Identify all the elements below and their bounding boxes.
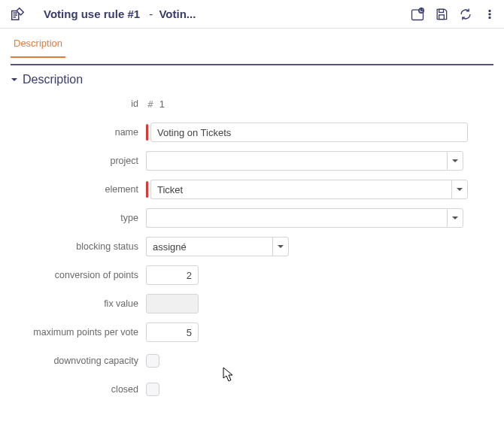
fix-value-input	[146, 294, 199, 313]
section-header[interactable]: Description	[11, 73, 493, 86]
schedule-button[interactable]	[409, 6, 426, 23]
page-title: Voting use rule #1 - Votin...	[44, 8, 196, 20]
element-select-face[interactable]	[150, 180, 451, 199]
section-title: Description	[23, 73, 83, 86]
conversion-of-points-input[interactable]	[146, 265, 199, 285]
title-separator: -	[149, 8, 156, 20]
tab-description[interactable]: Description	[11, 38, 65, 58]
label-blocking-status: blocking status	[11, 241, 146, 252]
type-select-face[interactable]	[146, 208, 447, 228]
label-conversion-of-points: conversion of points	[11, 270, 146, 280]
row-id: id # 1	[11, 92, 493, 115]
chevron-down-icon[interactable]	[447, 208, 463, 228]
title-sub: Votin...	[159, 8, 196, 20]
row-project: project	[11, 150, 493, 172]
blocking-status-select[interactable]	[146, 237, 289, 256]
row-maximum-points-per-vote: maximum points per vote	[11, 321, 493, 344]
project-select[interactable]	[146, 151, 463, 171]
maximum-points-per-vote-input[interactable]	[146, 322, 199, 342]
project-select-face[interactable]	[146, 151, 447, 171]
chevron-down-icon[interactable]	[447, 151, 463, 171]
row-name: name	[11, 121, 493, 144]
row-blocking-status: blocking status	[11, 235, 493, 258]
row-fix-value: fix value	[11, 292, 493, 315]
section-divider	[11, 64, 493, 65]
label-type: type	[11, 213, 146, 223]
svg-rect-3	[439, 14, 445, 19]
form: id # 1 name project element	[11, 92, 493, 401]
closed-checkbox[interactable]	[146, 383, 159, 396]
tab-strip: Description	[0, 29, 504, 58]
label-downvoting-capacity: downvoting capacity	[11, 356, 146, 366]
hash-icon: #	[147, 98, 153, 110]
row-conversion-of-points: conversion of points	[11, 264, 493, 286]
label-maximum-points-per-vote: maximum points per vote	[11, 327, 146, 338]
refresh-button[interactable]	[457, 6, 474, 23]
type-select[interactable]	[146, 208, 463, 228]
svg-rect-2	[439, 9, 444, 12]
id-value: 1	[159, 98, 165, 110]
chevron-down-icon[interactable]	[451, 180, 468, 199]
blocking-status-select-face[interactable]	[146, 237, 272, 256]
svg-rect-5	[489, 13, 491, 15]
header-actions	[409, 6, 498, 23]
row-closed: closed	[11, 378, 493, 401]
label-closed: closed	[11, 384, 146, 395]
row-element: element	[11, 178, 493, 201]
label-project: project	[11, 156, 146, 166]
element-select[interactable]	[150, 180, 468, 199]
label-fix-value: fix value	[11, 298, 146, 309]
name-input[interactable]	[150, 123, 468, 142]
svg-rect-4	[489, 10, 491, 12]
downvoting-capacity-checkbox[interactable]	[146, 354, 159, 368]
label-id: id	[11, 98, 146, 109]
row-type: type	[11, 207, 493, 229]
kebab-menu-button[interactable]	[481, 6, 498, 23]
label-name: name	[11, 127, 146, 138]
chevron-down-icon[interactable]	[272, 237, 289, 256]
label-element: element	[11, 184, 146, 195]
required-marker	[146, 181, 148, 198]
caret-down-icon	[11, 76, 18, 83]
save-button[interactable]	[433, 6, 450, 23]
title-main: Voting use rule #1	[44, 8, 140, 20]
edit-paper-icon	[9, 6, 26, 23]
header-bar: Voting use rule #1 - Votin...	[0, 0, 504, 29]
required-marker	[146, 124, 148, 141]
svg-rect-6	[489, 17, 491, 19]
row-downvoting-capacity: downvoting capacity	[11, 350, 493, 372]
